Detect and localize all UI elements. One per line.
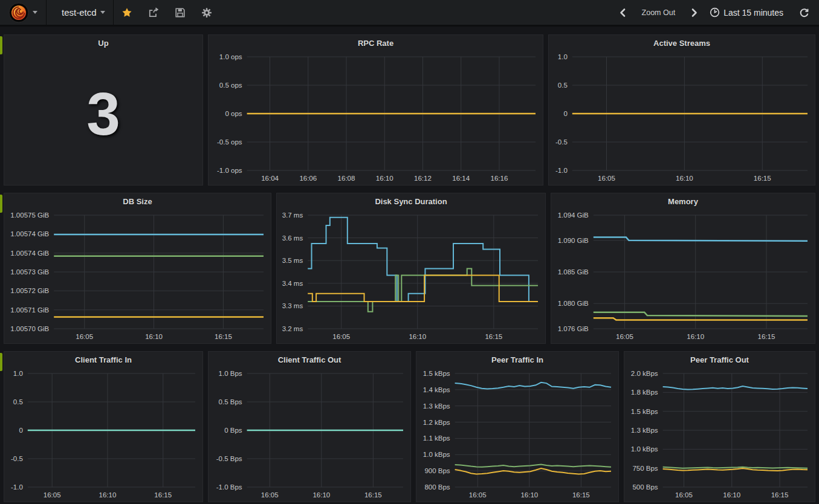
svg-text:800 Bps: 800 Bps <box>424 483 450 491</box>
svg-text:16:15: 16:15 <box>572 491 590 499</box>
svg-text:750 Bps: 750 Bps <box>632 465 658 472</box>
db-size-chart[interactable]: 1.00575 GiB1.00574 GiB1.00574 GiB1.00573… <box>4 210 271 343</box>
svg-text:1.0: 1.0 <box>13 370 23 377</box>
panel-title[interactable]: DB Size <box>4 193 271 210</box>
svg-text:0 Bps: 0 Bps <box>224 427 242 434</box>
panel-peer-traffic-out: Peer Traffic Out 2.0 kBps1.8 kBps1.5 kBp… <box>624 351 815 502</box>
svg-text:16:06: 16:06 <box>299 175 317 182</box>
dashboard-title-button[interactable]: test-etcd <box>47 0 113 25</box>
row-menu-handle[interactable] <box>0 353 2 371</box>
panel-title[interactable]: Active Streams <box>549 35 815 51</box>
share-dashboard-button[interactable] <box>140 0 167 25</box>
time-shift-back-button[interactable] <box>611 0 634 25</box>
time-range-label: Last 15 minutes <box>724 8 783 18</box>
svg-text:1.3 kBps: 1.3 kBps <box>423 402 450 410</box>
svg-text:16:05: 16:05 <box>44 491 61 499</box>
dashboard-settings-button[interactable] <box>193 0 220 25</box>
svg-text:-1.0: -1.0 <box>11 483 23 491</box>
svg-text:1.1 kBps: 1.1 kBps <box>423 435 450 442</box>
panel-title[interactable]: Peer Traffic In <box>416 352 618 368</box>
panel-title[interactable]: Disk Sync Duration <box>277 193 545 210</box>
svg-text:16:14: 16:14 <box>452 175 470 182</box>
zoom-out-button[interactable]: Zoom Out <box>634 0 684 25</box>
memory-chart[interactable]: 1.094 GiB1.090 GiB1.085 GiB1.080 GiB1.07… <box>551 210 815 343</box>
panel-memory: Memory 1.094 GiB1.090 GiB1.085 GiB1.080 … <box>551 193 815 344</box>
client-traffic-in-chart[interactable]: 1.00.50-0.5-1.016:0516:1016:15 <box>4 368 202 502</box>
refresh-button[interactable] <box>791 0 819 25</box>
clock-icon <box>710 7 720 18</box>
svg-text:16:16: 16:16 <box>491 175 508 182</box>
svg-text:16:15: 16:15 <box>215 333 232 340</box>
navbar: test-etcd <box>0 0 819 27</box>
svg-text:16:05: 16:05 <box>598 175 615 182</box>
save-dashboard-button[interactable] <box>167 0 193 25</box>
dashboard: Up 3 RPC Rate 1.0 ops0.5 ops0 ops-0.5 op… <box>0 27 819 502</box>
panel-title[interactable]: RPC Rate <box>209 35 543 51</box>
svg-text:3.6 ms: 3.6 ms <box>282 234 303 242</box>
singlestat-value: 3 <box>4 51 202 185</box>
panel-client-traffic-out: Client Traffic Out 1.0 Bps0.5 Bps0 Bps-0… <box>208 351 411 502</box>
panel-title[interactable]: Up <box>4 35 202 51</box>
svg-text:16:10: 16:10 <box>145 333 163 340</box>
grafana-menu-button[interactable] <box>0 0 46 25</box>
panel-title[interactable]: Peer Traffic Out <box>624 352 815 368</box>
svg-text:16:05: 16:05 <box>76 333 93 340</box>
client-traffic-out-chart[interactable]: 1.0 Bps0.5 Bps0 Bps-0.5 Bps-1.0 Bps16:05… <box>209 368 410 502</box>
rpc-rate-chart[interactable]: 1.0 ops0.5 ops0 ops-0.5 ops-1.0 ops16:04… <box>209 51 543 185</box>
svg-text:1.5 kBps: 1.5 kBps <box>423 370 450 377</box>
svg-text:16:05: 16:05 <box>261 491 279 499</box>
svg-text:-0.5 Bps: -0.5 Bps <box>216 455 242 462</box>
active-streams-chart[interactable]: 1.00.50-0.5-1.016:0516:1016:15 <box>549 51 815 185</box>
svg-text:1.076 GiB: 1.076 GiB <box>558 325 589 332</box>
zoom-out-label: Zoom Out <box>642 8 676 17</box>
refresh-icon <box>799 7 809 18</box>
svg-text:500 Bps: 500 Bps <box>632 483 658 491</box>
svg-text:16:10: 16:10 <box>376 175 393 182</box>
panel-active-streams: Active Streams 1.00.50-0.5-1.016:0516:10… <box>548 34 815 186</box>
row-menu-handle[interactable] <box>0 36 2 54</box>
svg-text:0.5: 0.5 <box>13 398 23 405</box>
panel-peer-traffic-in: Peer Traffic In 1.5 kBps1.4 kBps1.3 kBps… <box>416 351 619 502</box>
svg-text:16:15: 16:15 <box>154 491 172 499</box>
svg-text:16:15: 16:15 <box>485 333 502 340</box>
svg-text:3.3 ms: 3.3 ms <box>282 302 303 309</box>
panel-title[interactable]: Memory <box>551 193 815 210</box>
peer-traffic-out-chart[interactable]: 2.0 kBps1.8 kBps1.5 kBps1.3 kBps1.0 kBps… <box>624 368 815 502</box>
svg-text:3.2 ms: 3.2 ms <box>282 325 303 332</box>
share-icon <box>148 7 159 18</box>
svg-text:0.5 ops: 0.5 ops <box>219 82 242 89</box>
panel-up: Up 3 <box>4 34 203 186</box>
svg-text:1.0 ops: 1.0 ops <box>219 53 242 60</box>
panel-title[interactable]: Client Traffic In <box>4 352 202 368</box>
peer-traffic-in-chart[interactable]: 1.5 kBps1.4 kBps1.3 kBps1.2 kBps1.1 kBps… <box>416 368 618 502</box>
dashboard-row-1: Up 3 RPC Rate 1.0 ops0.5 ops0 ops-0.5 op… <box>4 34 815 186</box>
svg-text:16:15: 16:15 <box>754 175 771 182</box>
svg-text:16:10: 16:10 <box>409 333 426 340</box>
svg-text:16:15: 16:15 <box>758 333 775 340</box>
svg-text:16:05: 16:05 <box>469 491 487 499</box>
time-shift-forward-button[interactable] <box>683 0 706 25</box>
svg-text:1.3 kBps: 1.3 kBps <box>631 427 658 434</box>
panel-client-traffic-in: Client Traffic In 1.00.50-0.5-1.016:0516… <box>4 351 203 502</box>
caret-down-icon <box>100 11 105 14</box>
svg-text:-0.5: -0.5 <box>555 138 568 146</box>
svg-text:-1.0 Bps: -1.0 Bps <box>216 483 242 491</box>
panel-title[interactable]: Client Traffic Out <box>209 352 410 368</box>
svg-text:1.00572 GiB: 1.00572 GiB <box>10 287 49 294</box>
svg-text:1.00574 GiB: 1.00574 GiB <box>10 230 49 237</box>
dashboard-title: test-etcd <box>62 7 97 18</box>
panel-rpc-rate: RPC Rate 1.0 ops0.5 ops0 ops-0.5 ops-1.0… <box>208 34 543 186</box>
dashboard-row-2: DB Size 1.00575 GiB1.00574 GiB1.00574 Gi… <box>4 193 815 344</box>
star-dashboard-button[interactable] <box>114 0 140 25</box>
svg-text:-0.5 ops: -0.5 ops <box>217 138 242 146</box>
row-menu-handle[interactable] <box>0 195 2 213</box>
svg-text:16:05: 16:05 <box>675 491 693 499</box>
disk-sync-duration-chart[interactable]: 3.7 ms3.6 ms3.5 ms3.4 ms3.3 ms3.2 ms16:0… <box>277 210 545 343</box>
time-range-picker-button[interactable]: Last 15 minutes <box>706 0 791 25</box>
panel-disk-sync-duration: Disk Sync Duration 3.7 ms3.6 ms3.5 ms3.4… <box>276 193 546 344</box>
time-controls: Zoom Out Last 15 minutes <box>611 0 819 25</box>
settings-icon <box>201 7 212 18</box>
svg-text:16:08: 16:08 <box>338 175 355 182</box>
svg-text:16:10: 16:10 <box>520 491 538 499</box>
svg-text:1.094 GiB: 1.094 GiB <box>558 212 589 219</box>
